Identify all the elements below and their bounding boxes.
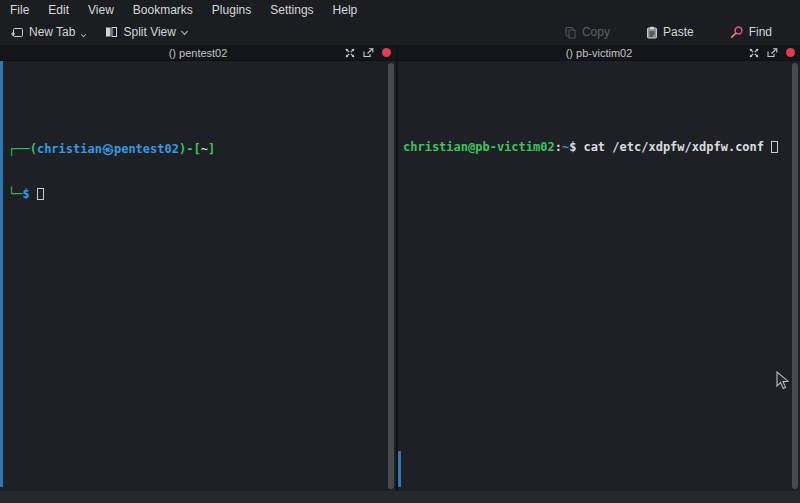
maximize-view-icon[interactable]	[345, 48, 355, 58]
detach-view-icon[interactable]	[767, 48, 778, 58]
prompt-line: christian@pb-victim02:~$cat /etc/xdpfw/x…	[403, 140, 792, 155]
split-view-label: Split View	[123, 25, 175, 39]
focus-indicator-bar	[0, 61, 3, 487]
pane-pb-victim02: () pb-victim02	[398, 45, 800, 491]
terminal-pentest02[interactable]: ┌──(christian㉿pentest02)-[~] └─$	[0, 61, 396, 491]
paste-icon	[646, 26, 658, 39]
scrollbar[interactable]	[792, 63, 798, 489]
split-view-button[interactable]: Split View	[105, 25, 187, 39]
maximize-view-icon[interactable]	[749, 48, 759, 58]
menu-item-view[interactable]: View	[88, 3, 114, 17]
command-text: cat /etc/xdpfw/xdpfw.conf	[576, 140, 764, 154]
pane-title: () pentest02	[0, 47, 396, 59]
terminal-cursor	[37, 188, 44, 200]
detach-view-icon[interactable]	[363, 48, 374, 58]
scrollbar[interactable]	[388, 63, 394, 489]
konsole-window: File Edit View Bookmarks Plugins Setting…	[0, 0, 800, 503]
find-label: Find	[749, 25, 772, 39]
pane-header-pentest02[interactable]: () pentest02	[0, 45, 396, 61]
close-view-icon[interactable]	[382, 48, 391, 57]
chevron-down-icon	[181, 28, 188, 35]
menu-item-bookmarks[interactable]: Bookmarks	[133, 3, 193, 17]
copy-button[interactable]: Copy	[564, 25, 610, 39]
close-view-icon[interactable]	[786, 48, 795, 57]
menu-item-help[interactable]: Help	[333, 3, 358, 17]
menu-item-file[interactable]: File	[10, 3, 29, 17]
terminal-output: christian@pb-victim02:~$cat /etc/xdpfw/x…	[398, 106, 800, 185]
prompt-line-1: ┌──(christian㉿pentest02)-[~]	[8, 142, 386, 157]
pane-header-icons	[345, 45, 391, 60]
split-view-container: () pentest02	[0, 45, 800, 491]
mouse-cursor	[776, 371, 790, 391]
chevron-down-icon	[81, 31, 86, 36]
prompt-line-2: └─$	[8, 187, 386, 202]
copy-icon	[564, 26, 577, 39]
new-tab-icon	[10, 26, 24, 39]
menu-bar: File Edit View Bookmarks Plugins Setting…	[0, 0, 800, 19]
find-button[interactable]: Find	[730, 25, 772, 39]
terminal-output: ┌──(christian㉿pentest02)-[~] └─$	[0, 106, 396, 232]
toolbar-right-group: Copy Paste	[564, 25, 790, 39]
menu-item-settings[interactable]: Settings	[270, 3, 313, 17]
pane-header-pb-victim02[interactable]: () pb-victim02	[398, 45, 800, 61]
menu-item-plugins[interactable]: Plugins	[212, 3, 251, 17]
toolbar: New Tab Split View Copy	[0, 19, 800, 45]
find-magnifier-icon	[730, 25, 744, 39]
focus-indicator-bar	[398, 451, 401, 487]
menu-item-edit[interactable]: Edit	[48, 3, 69, 17]
terminal-cursor	[771, 141, 778, 153]
pane-pentest02: () pentest02	[0, 45, 396, 491]
split-view-icon	[105, 26, 118, 38]
pane-header-icons	[749, 45, 795, 60]
pane-title: () pb-victim02	[398, 47, 800, 59]
terminal-pb-victim02[interactable]: christian@pb-victim02:~$cat /etc/xdpfw/x…	[398, 61, 800, 491]
copy-label: Copy	[582, 25, 610, 39]
paste-button[interactable]: Paste	[646, 25, 694, 39]
window-bottom-edge	[0, 491, 800, 503]
new-tab-button[interactable]: New Tab	[10, 25, 87, 39]
new-tab-label: New Tab	[29, 25, 75, 39]
paste-label: Paste	[663, 25, 694, 39]
